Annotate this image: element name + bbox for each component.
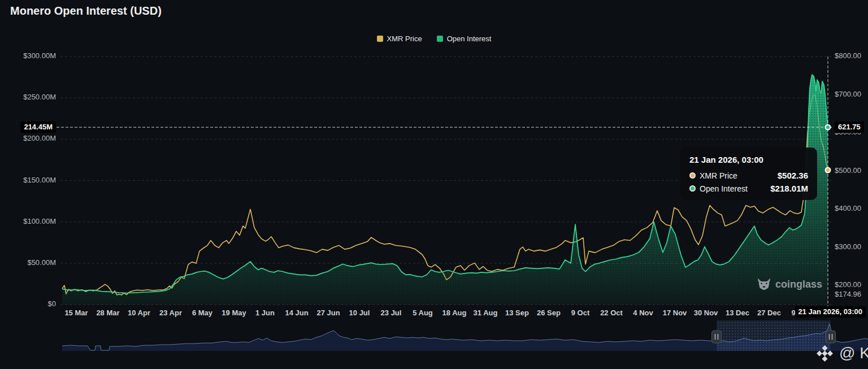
y-axis-left-tick: $100.00M [23,217,56,225]
y-axis-left-tick: $50.00M [27,258,56,267]
x-axis-tick: 10 Apr [122,309,156,317]
x-axis-tick: 5 Aug [406,309,440,317]
chart-legend: XMR PriceOpen Interest [0,34,868,43]
x-axis-tick: 31 Aug [468,309,502,317]
coinglass-watermark-text: coinglass [775,279,822,290]
x-axis-tick: 1 Jun [248,309,282,317]
y-axis-right-tick: $174.96 [835,290,861,298]
navigator-handle-right[interactable] [826,331,836,343]
tooltip-series-value: $218.01M [770,184,808,193]
x-axis-tick: 28 Mar [91,309,125,317]
x-axis-tick: 4 Nov [626,309,660,317]
crosshair-left-value: 214.45M [20,121,56,133]
binance-logo-icon [816,345,834,362]
tooltip-series-dot [689,185,696,192]
y-axis-right-tick: $500.00 [835,166,861,175]
x-axis-tick: 30 Nov [689,309,723,317]
crosshair-date-value: 21 Jan 2026, 03:00 [795,306,866,318]
x-axis-tick: 26 Sep [532,309,566,317]
navigator-selection-texture [717,320,831,351]
legend-label: XMR Price [387,34,422,43]
tooltip-series-label: Open Interest [700,184,748,193]
coinglass-bull-icon [757,278,771,290]
legend-item-xmr-price[interactable]: XMR Price [377,34,422,43]
x-axis-tick: 13 Sep [500,309,534,317]
author-credit: @ Kri [816,344,868,362]
y-axis-left-tick: $150.00M [23,176,56,184]
y-axis-left-tick: $0 [48,299,56,308]
x-axis-tick: 9 Oct [563,309,597,317]
tooltip-series-dot [689,172,696,179]
author-credit-text: @ Kri [839,344,868,362]
legend-item-open-interest[interactable]: Open Interest [437,34,492,43]
legend-swatch [377,36,383,42]
chart-tooltip: 21 Jan 2026, 03:00 XMR Price$502.36Open … [680,147,817,200]
x-axis-tick: 17 Nov [658,309,692,317]
x-axis-tick: 27 Dec [752,309,786,317]
y-axis-right-tick: $200.00 [835,280,861,289]
y-axis-left-tick: $200.00M [23,134,56,142]
y-axis-right-tick: $400.00 [835,204,861,212]
y-axis-right-tick: $700.00 [835,90,861,98]
x-axis-tick: 23 Jul [374,309,408,317]
navigator-handle-left[interactable] [712,331,722,343]
legend-label: Open Interest [447,34,492,43]
page-title: Monero Open Interest (USD) [10,5,162,18]
legend-swatch [437,36,443,42]
x-axis-tick: 23 Apr [154,309,188,317]
x-axis-tick: 19 May [217,309,251,317]
tooltip-row: XMR Price$502.36 [689,171,808,180]
x-axis-tick: 18 Aug [437,309,471,317]
coinglass-watermark: coinglass [757,278,822,290]
y-axis-right-tick: $300.00 [835,242,861,251]
tooltip-row: Open Interest$218.01M [689,184,808,193]
tooltip-series-value: $502.36 [778,171,808,180]
crosshair-right-value: 621.75 [835,121,864,133]
y-axis-left-tick: $300.00M [23,51,56,60]
y-axis-left-tick: $250.00M [23,93,56,101]
y-axis-right-tick: $800.00 [835,51,861,60]
x-axis-tick: 15 Mar [59,309,93,317]
x-axis-tick: 10 Jul [342,309,376,317]
tooltip-series-label: XMR Price [700,171,737,180]
x-axis-tick: 6 May [185,309,219,317]
x-axis-tick: 14 Jun [280,309,314,317]
tooltip-timestamp: 21 Jan 2026, 03:00 [689,155,808,164]
x-axis-tick: 13 Dec [721,309,754,317]
x-axis-tick: 27 Jun [311,309,345,317]
coinglass-chart-page: Monero Open Interest (USD) XMR PriceOpen… [0,0,868,369]
x-axis-tick: 22 Oct [594,309,628,317]
